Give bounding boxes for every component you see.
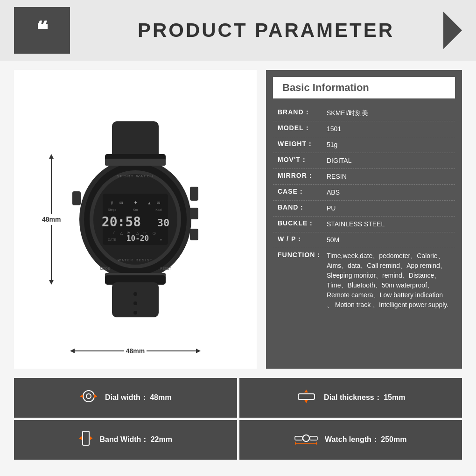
spec-label: BUCKLE： bbox=[278, 219, 327, 228]
svg-rect-59 bbox=[310, 436, 317, 440]
spec-label: MIRROR： bbox=[278, 172, 327, 180]
spec-value: Time,week,date、pedometer、Calorie、Aims、da… bbox=[327, 251, 450, 310]
svg-text:✉: ✉ bbox=[119, 201, 123, 205]
svg-rect-52 bbox=[83, 431, 89, 445]
arrow-left bbox=[70, 349, 75, 353]
svg-text:SPORT WATCH: SPORT WATCH bbox=[117, 174, 154, 178]
dial-width-value: 48mm bbox=[150, 393, 171, 401]
svg-point-41 bbox=[83, 391, 94, 402]
spec-row: BUCKLE：STAINLESS STEEL bbox=[273, 217, 455, 232]
spec-value: 50M bbox=[327, 235, 450, 245]
dim-line-horizontal-2 bbox=[147, 350, 196, 351]
band-width-text: Band Width： 22mm bbox=[100, 435, 172, 445]
arrow-top bbox=[49, 154, 54, 159]
svg-text:✉: ✉ bbox=[157, 201, 161, 205]
svg-marker-46 bbox=[94, 394, 97, 398]
band-width-icon bbox=[79, 429, 93, 451]
svg-point-42 bbox=[86, 394, 91, 399]
spec-label: MOV'T： bbox=[278, 156, 327, 164]
svg-text:◷: ◷ bbox=[153, 231, 156, 235]
svg-text:WATER RESIST: WATER RESIST bbox=[118, 259, 153, 262]
spec-row: MOV'T：DIGITAL bbox=[273, 153, 455, 169]
watch-length-text: Watch length： 250mm bbox=[325, 435, 406, 445]
header: ❝ PRODUCT PARAMETER bbox=[0, 0, 476, 61]
svg-text:DATE: DATE bbox=[108, 238, 116, 241]
dial-thickness-icon bbox=[296, 389, 317, 406]
spec-value: PU bbox=[327, 203, 450, 213]
svg-marker-56 bbox=[90, 436, 92, 440]
quote-box: ❝ bbox=[14, 7, 70, 54]
spec-value: ABS bbox=[327, 188, 450, 197]
spec-row: WEIGHT：51g bbox=[273, 137, 455, 153]
section-title: Basic Information bbox=[273, 77, 455, 98]
spec-value: 51g bbox=[327, 140, 450, 150]
svg-rect-0 bbox=[112, 121, 159, 159]
dim-line-horizontal bbox=[75, 350, 124, 351]
spec-card-band-width: Band Width： 22mm bbox=[14, 420, 237, 460]
svg-text:☿: ☿ bbox=[111, 201, 113, 205]
svg-text:RESET: RESET bbox=[160, 267, 171, 270]
arrow-bottom bbox=[49, 280, 54, 285]
svg-rect-5 bbox=[190, 187, 198, 201]
spec-value: 1501 bbox=[327, 124, 450, 134]
spec-value: RESIN bbox=[327, 172, 450, 182]
svg-rect-57 bbox=[303, 435, 309, 441]
dim-line-vertical bbox=[51, 159, 52, 214]
band-width-value: 22mm bbox=[151, 435, 172, 443]
svg-rect-8 bbox=[105, 159, 166, 166]
svg-point-40 bbox=[133, 311, 137, 315]
svg-rect-6 bbox=[190, 208, 198, 219]
svg-text:MODE: MODE bbox=[100, 267, 110, 270]
band-width-label: Band Width： bbox=[100, 435, 149, 443]
svg-text:20:58: 20:58 bbox=[102, 214, 141, 230]
vertical-dimension: 48mm bbox=[42, 154, 61, 285]
spec-card-dial-width: Dial width： 48mm bbox=[14, 378, 237, 418]
page-title: PRODUCT PARAMETER bbox=[70, 19, 462, 42]
spec-card-watch-length: Watch length： 250mm bbox=[239, 420, 462, 460]
svg-text:▲: ▲ bbox=[147, 201, 152, 205]
watch-length-value: 250mm bbox=[381, 435, 406, 443]
svg-point-38 bbox=[133, 292, 137, 296]
svg-point-39 bbox=[133, 301, 137, 305]
svg-rect-7 bbox=[190, 229, 198, 240]
dim-line-vertical-2 bbox=[51, 225, 52, 280]
svg-marker-62 bbox=[316, 441, 317, 445]
svg-marker-45 bbox=[80, 394, 83, 398]
spec-value: DIGITAL bbox=[327, 156, 450, 166]
dim-label-horizontal: 48mm bbox=[126, 347, 145, 355]
svg-rect-47 bbox=[298, 394, 315, 399]
dial-width-label: Dial width： bbox=[105, 393, 148, 401]
watch-svg: ☿ ✉ ✦ ▲ ✉ Steps Km Kcal 20:58 30 ☾ △ ⚑ △… bbox=[65, 121, 205, 317]
svg-text:△: △ bbox=[120, 231, 123, 235]
svg-text:✦: ✦ bbox=[133, 200, 138, 205]
svg-text:●: ● bbox=[160, 238, 162, 242]
watch-image-container: ☿ ✉ ✦ ▲ ✉ Steps Km Kcal 20:58 30 ☾ △ ⚑ △… bbox=[65, 121, 205, 317]
spec-rows: BRAND：SKMEI/时刻美MODEL：1501WEIGHT：51gMOV'T… bbox=[273, 105, 455, 313]
spec-label: FUNCTION： bbox=[278, 251, 327, 259]
dial-thickness-text: Dial thickness： 15mm bbox=[324, 393, 405, 403]
svg-marker-50 bbox=[304, 390, 308, 392]
dial-thickness-label: Dial thickness： bbox=[324, 393, 382, 401]
spec-label: CASE： bbox=[278, 188, 327, 196]
watch-panel: 48mm bbox=[14, 70, 257, 369]
svg-text:Km: Km bbox=[133, 208, 138, 211]
dial-width-text: Dial width： 48mm bbox=[105, 393, 171, 403]
horizontal-dimension: 48mm bbox=[70, 347, 201, 355]
svg-marker-61 bbox=[295, 441, 296, 445]
svg-marker-51 bbox=[304, 400, 308, 403]
specs-panel: Basic Information BRAND：SKMEI/时刻美MODEL：1… bbox=[266, 70, 462, 369]
spec-label: BAND： bbox=[278, 203, 327, 212]
svg-rect-58 bbox=[295, 436, 302, 440]
spec-value: STAINLESS STEEL bbox=[327, 219, 450, 229]
arrow-right bbox=[196, 349, 201, 353]
svg-text:30: 30 bbox=[157, 217, 170, 229]
spec-row: BRAND：SKMEI/时刻美 bbox=[273, 105, 455, 121]
header-triangle-decoration bbox=[443, 12, 462, 49]
watch-length-label: Watch length： bbox=[325, 435, 379, 443]
quote-icon: ❝ bbox=[36, 19, 48, 42]
dial-thickness-value: 15mm bbox=[384, 393, 405, 401]
spec-label: WEIGHT： bbox=[278, 140, 327, 148]
spec-row: CASE：ABS bbox=[273, 185, 455, 201]
main-content: 48mm bbox=[0, 61, 476, 378]
spec-row: MODEL：1501 bbox=[273, 121, 455, 137]
